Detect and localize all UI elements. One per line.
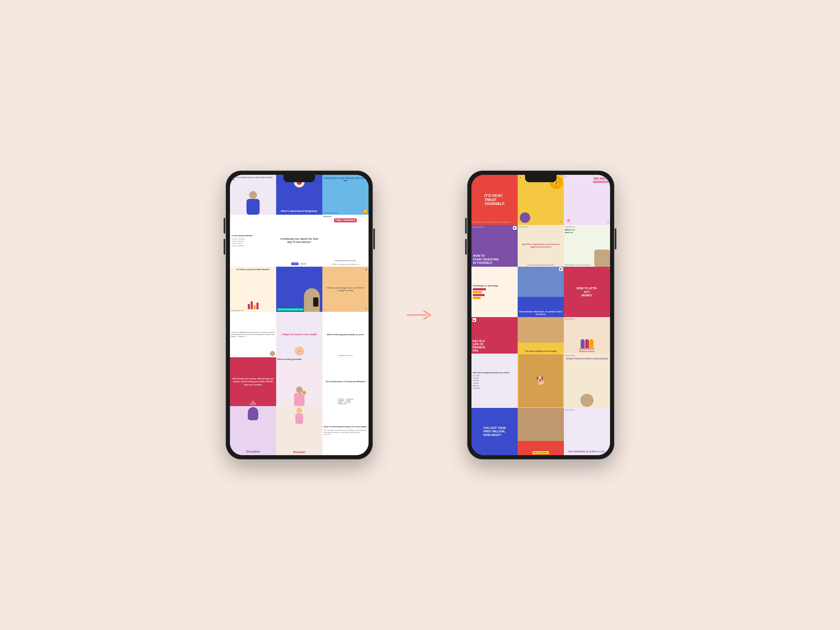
right-cell-5: simply finance High Risk, High Return In… bbox=[518, 225, 564, 267]
phone-notch-right bbox=[525, 175, 556, 182]
vol-down-btn-left bbox=[224, 239, 225, 255]
left-cell-1: spirit of the holiday season, to give th… bbox=[230, 175, 276, 215]
left-cell-16-text: Discipline bbox=[246, 450, 260, 453]
right-cell-13: How much emergency fund do you need? 11:… bbox=[471, 354, 518, 408]
left-cell-8: Get Free Money Daily With maya bbox=[276, 267, 322, 312]
right-cell-8-text: REGISTERED FINANCIAL PLANNER GOES TO SEO… bbox=[518, 311, 564, 316]
right-cell-11-text: You keep sleeping on investing! bbox=[525, 350, 557, 352]
left-feed-grid: spirit of the holiday season, to give th… bbox=[230, 175, 369, 455]
right-cell-13-text: How much emergency fund do you need? bbox=[473, 372, 509, 374]
right-cell-15: simply finance Simply Finance's Money Da… bbox=[564, 354, 610, 408]
left-cell-1-text: spirit of the holiday season, to give th… bbox=[231, 177, 276, 181]
right-cell-14: 🐕 bbox=[518, 354, 564, 408]
right-cell-16-text: YOU GOT YOURFIRST MILLION,NOW WHAT? bbox=[483, 426, 505, 437]
right-cell-7: Good Budget vs. Bad Budget bbox=[471, 267, 518, 317]
right-cell-17: Money Mistakes bbox=[518, 408, 564, 455]
left-cell-3-text: Investments to make with your 13th month… bbox=[322, 177, 369, 182]
right-cell-18: simply finance THE UNIVERSE IS ALWAYS LO… bbox=[564, 408, 610, 455]
left-cell-18-text: How To Financially Prepare For Your Deat… bbox=[324, 426, 366, 428]
right-cell-3-text: MID-WEEKREMINDER bbox=[593, 177, 608, 184]
right-cell-10: ▶ DAY IN ALIFE OFFINANCEGAL bbox=[471, 317, 518, 353]
vol-down-btn-right bbox=[465, 239, 467, 255]
right-feed-grid: IT'S OKAY,TREATYOURSELF. Some days you j… bbox=[471, 175, 610, 455]
right-cell-4: simply finance ▶ HOW TOSTART INVESTINGIN… bbox=[471, 225, 518, 267]
left-cell-11: 5 Ways To Invest In Your Health 🌸 bbox=[276, 312, 322, 357]
left-cell-7-text: To Think Long-Term Near Market? bbox=[236, 268, 270, 271]
right-cell-2: 💰 ✦ ✦ bbox=[518, 175, 564, 225]
right-cell-15-text: Simply Finance's Money Dating Rules bbox=[565, 357, 609, 360]
vol-up-btn-left bbox=[224, 218, 225, 234]
right-cell-4-text: HOW TOSTART INVESTINGIN YOURSELF bbox=[473, 254, 516, 265]
left-cell-4: 4 Core Money Beliefs • Money Avoidance •… bbox=[230, 215, 276, 267]
left-cell-9: Money is just energy. Learn to LOVE the … bbox=[322, 267, 369, 312]
right-cell-1-text: IT'S OKAY,TREATYOURSELF. bbox=[484, 194, 505, 206]
right-cell-7-text: Good Budget vs. Bad Budget bbox=[473, 285, 498, 287]
right-cell-5-text: High Risk, High Return Investment for Ag… bbox=[519, 243, 562, 249]
right-cell-11: You keep sleeping on investing! bbox=[518, 317, 564, 353]
left-cell-14-text: Which investing personality bbox=[277, 358, 302, 360]
right-cell-3: MID-WEEKREMINDER 🌸 ✦ ✦ bbox=[564, 175, 610, 225]
right-phone-screen: IT'S OKAY,TREATYOURSELF. Some days you j… bbox=[471, 175, 610, 455]
left-phone-screen: spirit of the holiday season, to give th… bbox=[230, 175, 369, 455]
left-cell-15-text: The 8 Dimensions of Financial Wellness bbox=[325, 381, 365, 383]
left-cell-14: ? Which investing personality bbox=[276, 357, 322, 406]
power-btn-right bbox=[615, 228, 616, 249]
right-cell-6: simply finance What's ontheir mi... Mari… bbox=[564, 225, 610, 267]
left-cell-3: Investments to make with your 13th month… bbox=[322, 175, 369, 215]
left-cell-7: To Think Long-Term Near Market? simplyfi… bbox=[230, 267, 276, 312]
left-cell-17-text: Reminder bbox=[293, 451, 305, 453]
right-cell-12-text: Healthier WomenWealthier Nations bbox=[579, 348, 595, 352]
left-cell-6-text: FREE WEBINAR Money topics bbox=[334, 260, 357, 261]
right-cell-17-text: Money Mistakes bbox=[533, 451, 549, 454]
phone-notch-left bbox=[284, 175, 315, 182]
left-cell-11-text: 5 Ways To Invest In Your Health bbox=[282, 333, 317, 336]
left-cell-6: Moneymax FREE WEBINAR FREE WEBINAR Money… bbox=[322, 215, 369, 267]
left-cell-12-text: Which investing personality are you? bbox=[327, 333, 364, 336]
right-cell-16: YOU GOT YOURFIRST MILLION,NOW WHAT? bbox=[471, 408, 518, 455]
left-cell-16: Discipline bbox=[230, 406, 276, 455]
right-phone: IT'S OKAY,TREATYOURSELF. Some days you j… bbox=[467, 171, 614, 459]
left-cell-15: The 8 Dimensions of Financial Wellness •… bbox=[322, 357, 369, 406]
transformation-arrow bbox=[404, 308, 436, 322]
left-cell-2-text: What is Value-Based Budgeting? bbox=[280, 210, 319, 213]
left-cell-10-text: It's been so delightful and such a pleas… bbox=[231, 332, 275, 338]
left-cell-13-text: Work brings you money. Money buys you as… bbox=[232, 377, 275, 386]
right-cell-18-text: THE UNIVERSE IS ALWAYS LOO... bbox=[565, 450, 609, 453]
right-cell-12: simply finance Healthier WomenWealthier … bbox=[564, 317, 610, 353]
left-cell-18: How To Financially Prepare For Your Deat… bbox=[322, 406, 369, 455]
left-cell-9-text: Money is just energy. Learn to LOVE the … bbox=[324, 287, 367, 292]
left-cell-5: Is Reducing Your Spend The Only Way To S… bbox=[276, 215, 322, 267]
right-cell-9-text: HOW TO ATTR-ACTMONEY bbox=[576, 287, 597, 297]
left-cell-4-text: 4 Core Money Beliefs bbox=[232, 234, 253, 237]
left-phone: spirit of the holiday season, to give th… bbox=[226, 171, 373, 459]
right-cell-8: ▶ REGISTERED FINANCIAL PLANNER GOES TO S… bbox=[518, 267, 564, 317]
right-cell-9: HOW TO ATTR-ACTMONEY ✦ ✦ bbox=[564, 267, 610, 317]
main-scene: spirit of the holiday season, to give th… bbox=[0, 0, 840, 630]
right-cell-1: IT'S OKAY,TREATYOURSELF. Some days you j… bbox=[471, 175, 518, 225]
arrow-svg bbox=[407, 308, 433, 322]
vol-up-btn-right bbox=[465, 218, 467, 234]
left-cell-5-text: Is Reducing Your Spend The Only Way To S… bbox=[278, 238, 321, 243]
left-cell-12: Which investing personality are you? sim… bbox=[322, 312, 369, 357]
left-cell-17: Reminder bbox=[276, 406, 322, 455]
left-cell-10: It's been so delightful and such a pleas… bbox=[230, 312, 276, 357]
power-btn-left bbox=[373, 228, 375, 249]
left-cell-13: Work brings you money. Money buys you as… bbox=[230, 357, 276, 406]
right-cell-6-text: What's ontheir mi... bbox=[565, 229, 575, 234]
right-cell-10-text: DAY IN ALIFE OFFINANCEGAL bbox=[472, 339, 485, 352]
